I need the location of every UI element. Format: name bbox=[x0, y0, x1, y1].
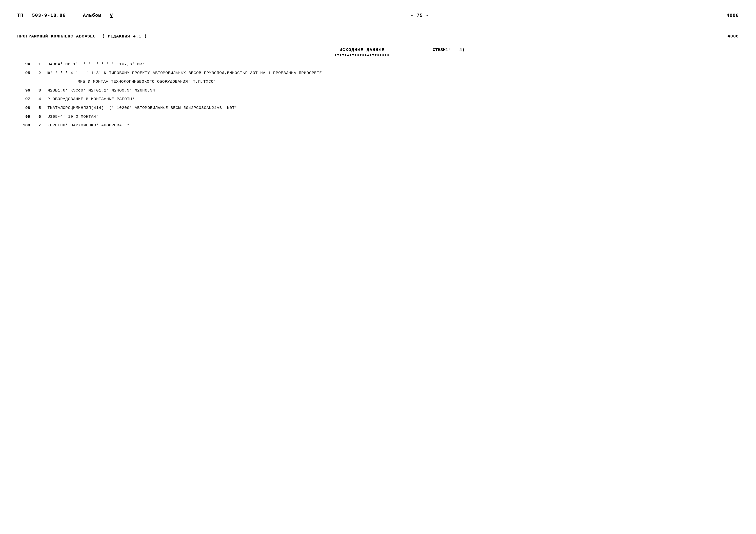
row-content-3: Р ОБОРУДОВАНИЕ И МОНТАЖНЫЕ РАБОТЫ° bbox=[47, 96, 739, 102]
row-num2-0: 1 bbox=[35, 62, 47, 67]
row-content-5: U305-4' 19 2 МОНТАЖ° bbox=[47, 114, 739, 120]
tp-label: ТП bbox=[17, 13, 23, 18]
row-num2-1: 2 bbox=[35, 70, 47, 76]
section-meta-left: СТНSН1° bbox=[433, 47, 451, 52]
section-title: ИСХОДНЫЕ ДАННЫЕ bbox=[335, 47, 390, 52]
header-album-number: V bbox=[110, 13, 113, 18]
row-num2-6: 7 bbox=[35, 122, 47, 128]
section-meta: СТНSН1° 4) bbox=[433, 47, 465, 52]
row-num1-6: 100 bbox=[17, 122, 35, 128]
row-num1-2: 96 bbox=[17, 88, 35, 93]
program-text2: ( РЕДАКЦИЯ 4.1 ) bbox=[102, 34, 147, 39]
row-num1-3: 97 bbox=[17, 96, 35, 102]
row-content-2: М23В1,6' КЭСо9' М2Г01,2' М24ОО,9' М26НО,… bbox=[47, 88, 739, 93]
row-num2-3: 4 bbox=[35, 96, 47, 102]
section-center: ИСХОДНЫЕ ДАННЫЕ ●▼●▼●▲●▼●●▼●▲▲●▼▼●●●●● bbox=[335, 47, 390, 57]
header-album-label: Альбом bbox=[83, 13, 101, 18]
row-num2-2: 3 bbox=[35, 88, 47, 93]
header-right-number: 4006 bbox=[726, 13, 739, 18]
row-content-0: D4904' НВГ1' Т' ' 1' ' ' ' 1107,8' М3° bbox=[47, 62, 739, 67]
table-row: 98 5 ТКАТАЛОРСЦИМИНПЗП(414)' (' 10200' А… bbox=[17, 105, 739, 111]
program-text1: ПРОГРАММНЫЙ КОМПЛЕКС АВС=ЗЕС bbox=[17, 34, 96, 39]
page-container: ТП 503-9-18.86 Альбом V - 75 - 4006 ПРОГ… bbox=[0, 0, 756, 534]
row-num1-0: 94 bbox=[17, 62, 35, 67]
table-row: 97 4 Р ОБОРУДОВАНИЕ И МОНТАЖНЫЕ РАБОТЫ° bbox=[17, 96, 739, 102]
table-row: 100 7 КЕРНГНН' НАРХОМЕНКО' АНОПРОВА' ° bbox=[17, 122, 739, 128]
row-num1-4: 98 bbox=[17, 105, 35, 111]
program-number: 4006 bbox=[728, 34, 739, 39]
table-row: 95 2 Ю' ' ' ' 4 ' ' ' 1-3' К ТИПОВОМУ ПР… bbox=[17, 70, 739, 76]
row-content-1: Ю' ' ' ' 4 ' ' ' 1-3' К ТИПОВОМУ ПРОЕКТУ… bbox=[47, 70, 739, 76]
row-content-4: ТКАТАЛОРСЦИМИНПЗП(414)' (' 10200' АВТОМО… bbox=[47, 105, 739, 111]
row-num2-4: 5 bbox=[35, 105, 47, 111]
section-meta-right: 4) bbox=[459, 47, 465, 52]
row-num1-1: 95 bbox=[17, 70, 35, 76]
row-num2-5: 6 bbox=[35, 114, 47, 120]
row-num1-5: 99 bbox=[17, 114, 35, 120]
table-row: МИБ И МОНТАЖ ТЕХНОЛОГИНБВОКОГО ОБОРУДОВА… bbox=[17, 79, 739, 85]
header-code: 503-9-18.86 bbox=[32, 13, 66, 18]
row-content-6: КЕРНГНН' НАРХОМЕНКО' АНОПРОВА' ° bbox=[47, 122, 739, 128]
data-table: 94 1 D4904' НВГ1' Т' ' 1' ' ' ' 1107,8' … bbox=[17, 62, 739, 128]
table-row: 99 6 U305-4' 19 2 МОНТАЖ° bbox=[17, 114, 739, 120]
header-page: - 75 - bbox=[411, 13, 429, 18]
table-row: 94 1 D4904' НВГ1' Т' ' 1' ' ' ' 1107,8' … bbox=[17, 62, 739, 67]
section-subtitle: ●▼●▼●▲●▼●●▼●▲▲●▼▼●●●●● bbox=[335, 53, 390, 57]
section-header: ИСХОДНЫЕ ДАННЫЕ ●▼●▼●▲●▼●●▼●▲▲●▼▼●●●●● С… bbox=[17, 47, 739, 57]
header: ТП 503-9-18.86 Альбом V - 75 - 4006 bbox=[17, 13, 739, 18]
table-row: 96 3 М23В1,6' КЭСо9' М2Г01,2' М24ОО,9' М… bbox=[17, 88, 739, 93]
header-divider bbox=[17, 27, 739, 27]
header-left: ТП 503-9-18.86 Альбом V bbox=[17, 13, 113, 18]
program-line: ПРОГРАММНЫЙ КОМПЛЕКС АВС=ЗЕС ( РЕДАКЦИЯ … bbox=[17, 34, 739, 39]
row-content-2a: МИБ И МОНТАЖ ТЕХНОЛОГИНБВОКОГО ОБОРУДОВА… bbox=[47, 79, 739, 85]
